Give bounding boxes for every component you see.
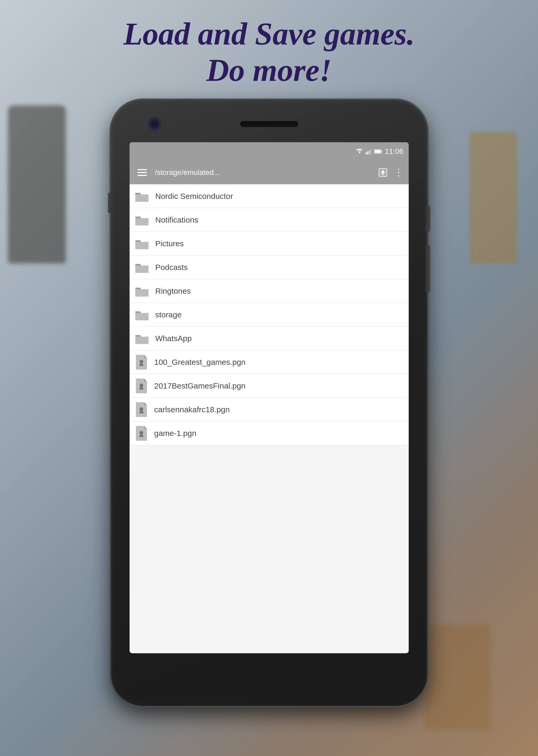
list-item[interactable]: Ringtones <box>130 279 409 303</box>
phone-frame: 11:06 /storage/emulated... <box>111 100 427 706</box>
wifi-icon <box>356 148 363 154</box>
svg-rect-21 <box>140 387 143 389</box>
file-list: Nordic Semiconductor Notifications <box>130 185 409 445</box>
folder-icon <box>135 285 149 297</box>
pgn-file-icon <box>135 354 148 370</box>
svg-point-23 <box>139 407 143 411</box>
svg-rect-16 <box>135 337 148 344</box>
headline: Load and Save games. Do more! <box>0 16 538 88</box>
status-time: 11:06 <box>385 147 403 156</box>
svg-marker-0 <box>358 151 361 153</box>
folder-icon <box>135 214 149 226</box>
svg-rect-25 <box>139 412 143 413</box>
svg-rect-11 <box>135 218 148 226</box>
more-options-icon[interactable]: ⋮ <box>394 168 404 177</box>
upload-icon[interactable] <box>377 167 389 178</box>
phone-frame-container: 11:06 /storage/emulated... <box>111 100 427 706</box>
hamburger-menu-icon[interactable] <box>135 167 150 179</box>
list-item[interactable]: Nordic Semiconductor <box>130 185 409 208</box>
svg-rect-4 <box>370 149 372 154</box>
bg-decoration-right2 <box>425 624 491 729</box>
phone-screen: 11:06 /storage/emulated... <box>130 142 409 653</box>
item-name: storage <box>155 310 182 319</box>
status-bar: 11:06 <box>130 142 409 161</box>
list-item[interactable]: Pictures <box>130 232 409 255</box>
phone-button-left[interactable] <box>108 192 113 213</box>
toolbar-path: /storage/emulated... <box>155 168 372 177</box>
item-name: 100_Greatest_games.pgn <box>154 358 246 367</box>
svg-rect-14 <box>135 289 148 297</box>
item-name: Ringtones <box>155 287 191 296</box>
item-name: game-1.pgn <box>154 429 196 438</box>
svg-rect-18 <box>140 363 143 365</box>
battery-icon <box>374 149 382 154</box>
phone-camera <box>148 117 161 131</box>
item-name: Pictures <box>155 239 184 248</box>
list-item[interactable]: carlsennakafrc18.pgn <box>130 398 409 421</box>
svg-rect-1 <box>366 152 367 154</box>
svg-rect-19 <box>139 365 143 366</box>
list-item[interactable]: WhatsApp <box>130 327 409 351</box>
list-item[interactable]: Notifications <box>130 208 409 232</box>
folder-icon <box>135 309 149 321</box>
status-icons: 11:06 <box>356 147 403 156</box>
list-item[interactable]: storage <box>130 303 409 327</box>
headline-line2: Do more! <box>0 52 538 88</box>
list-item[interactable]: 100_Greatest_games.pgn <box>130 351 409 374</box>
svg-point-20 <box>139 384 143 387</box>
pgn-file-icon <box>135 378 148 394</box>
folder-icon <box>135 332 149 345</box>
list-item[interactable]: Podcasts <box>130 255 409 279</box>
phone-button-power[interactable] <box>426 205 430 232</box>
folder-icon <box>135 238 149 250</box>
list-item[interactable]: 2017BestGamesFinal.pgn <box>130 374 409 398</box>
phone-speaker <box>240 121 298 127</box>
svg-rect-28 <box>139 436 143 437</box>
phone-button-volume[interactable] <box>426 245 430 293</box>
item-name: Notifications <box>155 215 198 224</box>
svg-rect-22 <box>139 389 143 390</box>
item-name: 2017BestGamesFinal.pgn <box>154 381 246 390</box>
list-item[interactable]: game-1.pgn <box>130 421 409 445</box>
svg-rect-12 <box>135 242 148 249</box>
headline-line1: Load and Save games. <box>0 16 538 52</box>
item-name: WhatsApp <box>155 334 192 343</box>
svg-rect-27 <box>140 435 143 436</box>
toolbar: /storage/emulated... ⋮ <box>130 161 409 185</box>
bg-decoration-left <box>8 105 66 263</box>
pgn-file-icon <box>135 425 148 441</box>
item-name: Nordic Semiconductor <box>155 192 233 201</box>
folder-icon <box>135 190 149 202</box>
bg-decoration-right <box>469 132 517 263</box>
svg-rect-7 <box>375 150 381 153</box>
svg-rect-3 <box>369 150 370 154</box>
item-name: Podcasts <box>155 263 188 272</box>
signal-icon <box>366 148 372 154</box>
svg-point-17 <box>139 360 143 363</box>
svg-rect-6 <box>381 151 382 152</box>
svg-rect-13 <box>135 265 148 273</box>
folder-icon <box>135 261 149 273</box>
svg-rect-15 <box>135 313 148 320</box>
svg-rect-2 <box>367 151 368 154</box>
pgn-file-icon <box>135 402 148 417</box>
headline-text: Load and Save games. Do more! <box>0 16 538 88</box>
item-name: carlsennakafrc18.pgn <box>154 405 230 414</box>
svg-rect-24 <box>140 411 143 412</box>
svg-rect-10 <box>135 194 148 202</box>
svg-point-26 <box>139 431 143 435</box>
